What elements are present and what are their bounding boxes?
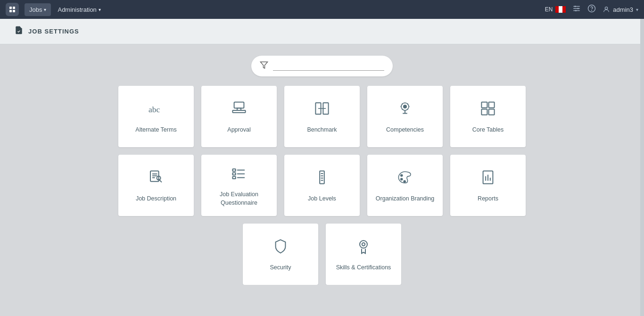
- settings-icon[interactable]: [572, 4, 581, 15]
- reports-icon: [479, 168, 497, 189]
- card-alternate-terms[interactable]: abc Alternate Terms: [118, 86, 194, 147]
- job-levels-icon: [313, 168, 331, 189]
- svg-rect-17: [237, 108, 241, 110]
- card-label: Skills & Certifications: [336, 264, 391, 272]
- svg-rect-24: [481, 102, 487, 108]
- card-organization-branding[interactable]: Organization Branding: [367, 155, 443, 216]
- svg-text:abc: abc: [149, 105, 160, 114]
- card-job-evaluation[interactable]: Job Evaluation Questionnaire: [201, 155, 277, 216]
- card-label: Reports: [478, 195, 498, 203]
- card-security[interactable]: Security: [243, 224, 318, 285]
- grid-icon: [479, 99, 497, 120]
- card-reports[interactable]: Reports: [450, 155, 526, 216]
- nav-item-administration[interactable]: Administration ▾: [53, 3, 105, 16]
- card-label: Competencies: [386, 126, 424, 134]
- card-label: Job Evaluation Questionnaire: [201, 191, 277, 207]
- svg-point-12: [605, 7, 608, 9]
- card-approval[interactable]: Approval: [201, 86, 277, 147]
- svg-point-48: [360, 241, 367, 248]
- user-icon: [603, 6, 610, 13]
- shield-icon: [271, 237, 290, 258]
- card-skills-certifications[interactable]: Skills & Certifications: [326, 224, 401, 285]
- grid-container: abc Alternate Terms Approval: [0, 86, 644, 285]
- job-settings-icon: [14, 25, 24, 37]
- card-label: Organization Branding: [376, 195, 434, 203]
- svg-rect-15: [234, 102, 244, 108]
- svg-rect-26: [481, 109, 487, 115]
- svg-rect-25: [489, 102, 495, 108]
- svg-rect-27: [489, 109, 495, 115]
- chevron-down-icon: ▾: [99, 7, 101, 12]
- user-menu[interactable]: admin3 ▾: [603, 6, 638, 13]
- card-label: Security: [270, 264, 291, 272]
- chevron-down-icon: ▾: [44, 7, 46, 12]
- card-benchmark[interactable]: Benchmark: [284, 86, 360, 147]
- job-desc-icon: [147, 168, 165, 189]
- svg-rect-2: [9, 10, 12, 12]
- search-input[interactable]: [273, 62, 384, 71]
- svg-point-42: [401, 178, 403, 180]
- svg-point-9: [575, 10, 577, 11]
- palette-icon: [396, 168, 414, 189]
- help-icon[interactable]: [587, 4, 596, 15]
- svg-rect-1: [13, 7, 15, 9]
- svg-rect-30: [232, 169, 235, 171]
- card-label: Alternate Terms: [135, 126, 176, 134]
- svg-point-49: [362, 243, 365, 246]
- svg-rect-0: [9, 7, 12, 9]
- svg-point-41: [401, 175, 403, 176]
- card-label: Core Tables: [472, 126, 504, 134]
- benchmark-icon: [313, 99, 331, 120]
- navbar-right: EN: [545, 4, 638, 15]
- svg-point-8: [578, 8, 579, 9]
- card-label: Job Description: [136, 195, 176, 203]
- main-content: JOB SETTINGS abc Alternate Terms: [0, 19, 644, 316]
- card-competencies[interactable]: Competencies: [367, 86, 443, 147]
- navbar-left: Jobs ▾ Administration ▾: [6, 3, 106, 16]
- filter-icon: [260, 61, 268, 71]
- navbar: Jobs ▾ Administration ▾ EN: [0, 0, 644, 19]
- svg-point-11: [592, 10, 592, 10]
- card-job-description[interactable]: Job Description: [118, 155, 194, 216]
- app-logo: [6, 3, 19, 16]
- grid-row-2: Job Description Job Evaluation Questionn…: [118, 155, 526, 216]
- page-title: JOB SETTINGS: [28, 28, 79, 35]
- card-label: Job Levels: [308, 195, 336, 203]
- svg-rect-3: [13, 10, 15, 12]
- stamp-icon: [230, 99, 248, 120]
- svg-point-22: [404, 105, 406, 108]
- page-header: JOB SETTINGS: [0, 19, 644, 44]
- search-container: [0, 44, 644, 86]
- card-core-tables[interactable]: Core Tables: [450, 86, 526, 147]
- grid-row-3: Security Skills & Certifications: [243, 224, 401, 285]
- chevron-down-icon: ▾: [636, 7, 638, 12]
- card-label: Approval: [227, 126, 250, 134]
- lang-selector[interactable]: EN: [545, 6, 566, 13]
- grid-row-1: abc Alternate Terms Approval: [118, 86, 526, 147]
- skills-icon: [354, 237, 373, 258]
- flag-icon: [555, 6, 566, 13]
- job-eval-icon: [230, 164, 248, 185]
- svg-rect-32: [232, 176, 235, 179]
- card-label: Benchmark: [307, 126, 337, 134]
- search-bar: [251, 56, 393, 76]
- svg-marker-13: [261, 62, 268, 68]
- svg-rect-36: [320, 171, 324, 183]
- abc-icon: abc: [147, 99, 165, 120]
- svg-point-7: [575, 6, 576, 7]
- svg-rect-31: [232, 173, 235, 175]
- competencies-icon: [396, 99, 414, 120]
- svg-point-43: [404, 181, 405, 183]
- nav-item-jobs[interactable]: Jobs ▾: [25, 3, 51, 16]
- card-job-levels[interactable]: Job Levels: [284, 155, 360, 216]
